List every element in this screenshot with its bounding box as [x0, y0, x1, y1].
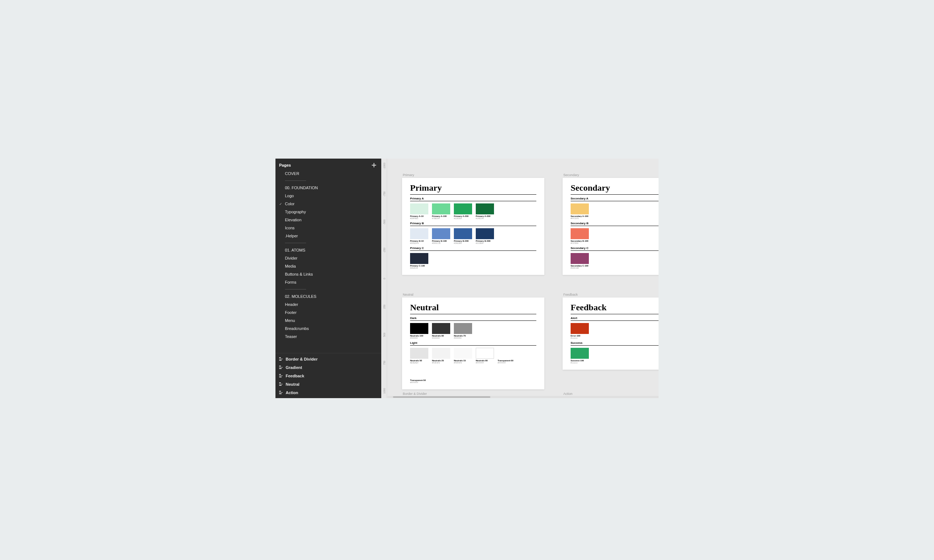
- design-frame[interactable]: PrimaryPrimary APrimary A-10#D8F8E5Prima…: [402, 178, 544, 275]
- page-item-label: Color: [285, 202, 294, 206]
- horizontal-scrollbar[interactable]: [387, 396, 658, 398]
- swatch-chip: [570, 203, 589, 214]
- page-item[interactable]: Forms: [276, 278, 381, 286]
- color-swatch[interactable]: Primary A-100#78E0AF: [432, 203, 450, 220]
- color-swatch[interactable]: Primary A-200#21B36A: [454, 203, 472, 220]
- swatch-group-label: Light: [410, 341, 536, 346]
- swatch-chip: [476, 203, 494, 214]
- color-swatch[interactable]: Primary A-10#D8F8E5: [410, 203, 428, 220]
- design-frame[interactable]: FeedbackAlertError-100#xxxxxxSuccessSucc…: [563, 297, 658, 370]
- ruler-tick: -1000: [381, 159, 387, 172]
- page-item[interactable]: Footer: [276, 308, 381, 317]
- design-frame[interactable]: SecondarySecondary ASecondary A-100#FFC8…: [563, 178, 658, 275]
- color-swatch[interactable]: Primary B-300#213B6F: [476, 228, 494, 244]
- swatch-hex: #5F8CCB: [432, 242, 450, 244]
- add-page-icon[interactable]: [372, 163, 376, 167]
- frame-title: Feedback: [570, 303, 658, 314]
- color-swatch[interactable]: Neutrals-100#000000: [410, 323, 428, 339]
- frame-label[interactable]: Secondary: [563, 173, 658, 177]
- page-item[interactable]: Typography: [276, 208, 381, 216]
- color-swatch[interactable]: Neutrals-00#FFFFFF: [476, 348, 494, 364]
- swatch-hex: #333333: [432, 337, 450, 339]
- frame-title: Secondary: [570, 183, 658, 195]
- swatch-chip: [410, 228, 428, 239]
- swatch-chip: [454, 228, 472, 239]
- swatch-hex: #F9F9F9: [454, 362, 472, 364]
- color-swatch[interactable]: Primary B-200#3963B9: [454, 228, 472, 244]
- color-swatch[interactable]: Error-100#xxxxxx: [570, 323, 589, 339]
- swatch-hex: #D8F8E5: [410, 217, 428, 220]
- layer-item[interactable]: Feedback: [276, 372, 381, 380]
- swatch-hex: #148C44: [476, 217, 494, 220]
- color-swatch[interactable]: Primary A-300#148C44: [476, 203, 494, 220]
- layer-item[interactable]: Border & Divider: [276, 355, 381, 363]
- color-swatch[interactable]: Neutrals-90#333333: [432, 323, 450, 339]
- color-swatch[interactable]: Neutrals-50#E4E4E4: [410, 348, 428, 364]
- swatch-row: Secondary B-100#F37859: [570, 228, 658, 244]
- swatch-hex: #xxxxxx: [570, 362, 589, 364]
- canvas-inner[interactable]: PrimaryPrimaryPrimary APrimary A-10#D8F8…: [387, 158, 658, 398]
- check-icon: ✓: [279, 202, 282, 206]
- page-item[interactable]: Header: [276, 300, 381, 308]
- color-swatch[interactable]: Secondary A-100#FFC876: [570, 203, 589, 220]
- frame-label[interactable]: Primary: [402, 173, 544, 177]
- swatch-group-label: Secondary C: [570, 246, 658, 251]
- page-item[interactable]: 01. ATOMS: [276, 246, 381, 254]
- page-item[interactable]: ✓Color: [276, 200, 381, 208]
- swatch-group-label: Dark: [410, 317, 536, 321]
- page-item-label: Icons: [285, 226, 294, 230]
- page-item[interactable]: Elevation: [276, 216, 381, 224]
- page-item[interactable]: Breadcrumbs: [276, 325, 381, 332]
- color-swatch[interactable]: Neutrals-15#F9F9F9: [454, 348, 472, 364]
- swatch-chip: [410, 323, 428, 334]
- page-item[interactable]: Media: [276, 262, 381, 270]
- horizontal-scrollbar-thumb[interactable]: [393, 396, 490, 398]
- page-item[interactable]: Divider: [276, 254, 381, 262]
- color-swatch[interactable]: Secondary B-100#F37859: [570, 228, 589, 244]
- figma-window: Pages COVER00. FOUNDATIONLogo✓ColorTypog…: [276, 158, 658, 398]
- color-swatch[interactable]: Primary B-100#5F8CCB: [432, 228, 450, 244]
- swatch-hex: #934C6B: [570, 267, 589, 269]
- page-item-label: Breadcrumbs: [285, 326, 309, 331]
- frame-label[interactable]: Neutral: [402, 293, 544, 296]
- page-separator: [285, 243, 306, 243]
- color-swatch[interactable]: Neutrals-75#949494: [454, 323, 472, 339]
- swatch-chip: [570, 253, 589, 264]
- page-item[interactable]: 00. FOUNDATION: [276, 184, 381, 192]
- color-swatch[interactable]: Primary B-10#DFEDF4: [410, 228, 428, 244]
- page-item[interactable]: .Helper: [276, 232, 381, 240]
- page-item-label: Elevation: [285, 218, 301, 222]
- color-swatch[interactable]: Secondary C-100#934C6B: [570, 253, 589, 269]
- color-swatch[interactable]: Transparent-50#FFFFFF: [410, 368, 428, 383]
- frame-label[interactable]: Border & Divider: [402, 392, 544, 395]
- canvas[interactable]: -1000-750-500-25002505007501000 PrimaryP…: [381, 158, 658, 398]
- page-item-label: Logo: [285, 194, 294, 198]
- page-item[interactable]: Teaser: [276, 332, 381, 340]
- page-item[interactable]: Logo: [276, 192, 381, 200]
- layer-item[interactable]: Gradient: [276, 363, 381, 372]
- frame-label[interactable]: Action: [563, 392, 658, 395]
- page-item[interactable]: COVER: [276, 169, 381, 178]
- layer-item[interactable]: Neutral: [276, 380, 381, 388]
- page-item[interactable]: 02. MOLECULES: [276, 292, 381, 300]
- design-frame[interactable]: NeutralDarkNeutrals-100#000000Neutrals-9…: [402, 297, 544, 389]
- color-swatch[interactable]: Primary C-100#262D44: [410, 253, 428, 269]
- page-item[interactable]: Menu: [276, 317, 381, 325]
- frame-list-icon: [279, 391, 283, 394]
- color-swatch[interactable]: Transparent-00#FFFFFF: [498, 348, 516, 364]
- page-item[interactable]: Buttons & Links: [276, 270, 381, 278]
- swatch-hex: #949494: [454, 337, 472, 339]
- swatch-chip: [410, 203, 428, 214]
- page-item-label: .Helper: [285, 234, 298, 238]
- page-item-label: Menu: [285, 318, 295, 323]
- swatch-hex: #3963B9: [454, 242, 472, 244]
- layer-item[interactable]: Action: [276, 388, 381, 397]
- swatch-hex: #FFC876: [570, 217, 589, 220]
- vertical-ruler: -1000-750-500-25002505007501000: [381, 158, 387, 398]
- color-swatch[interactable]: Success-100#xxxxxx: [570, 348, 589, 364]
- color-swatch[interactable]: Neutrals-25#F3F3F3: [432, 348, 450, 364]
- frame-label[interactable]: Feedback: [563, 293, 658, 296]
- page-item[interactable]: Icons: [276, 224, 381, 232]
- swatch-row: Primary C-100#262D44: [410, 253, 536, 269]
- swatch-hex: #000000: [410, 337, 428, 339]
